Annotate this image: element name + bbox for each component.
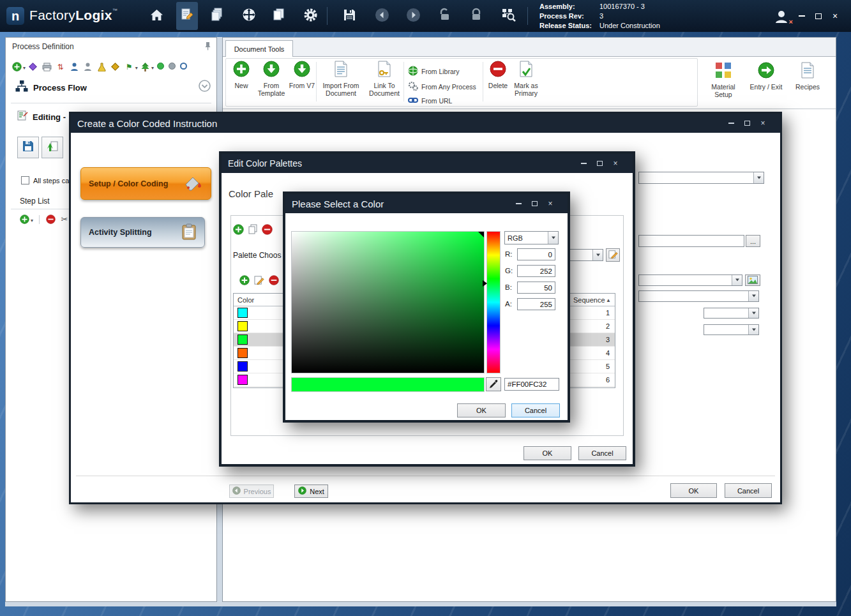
green-channel-field[interactable]: 252 xyxy=(517,265,555,277)
image-picker-button[interactable] xyxy=(745,274,760,286)
browse-button[interactable]: ... xyxy=(746,235,760,247)
color-swatch[interactable] xyxy=(237,321,248,331)
hex-value-field[interactable]: #FF00FC32 xyxy=(504,378,559,391)
entry-exit-button[interactable]: Entry / Exit xyxy=(747,62,785,91)
add-step-button[interactable] xyxy=(20,214,29,224)
chevron-down-icon[interactable] xyxy=(753,172,764,183)
copy-pages-button[interactable] xyxy=(268,2,290,30)
process-search-button[interactable] xyxy=(498,2,520,30)
user-male-button[interactable] xyxy=(70,62,79,71)
copy-palette-button[interactable] xyxy=(248,224,258,234)
close-button[interactable]: × xyxy=(610,159,621,168)
instruction-combobox[interactable] xyxy=(638,172,764,184)
delete-document-button[interactable]: Delete xyxy=(485,61,511,89)
hue-marker[interactable] xyxy=(483,280,487,287)
status-green-button[interactable] xyxy=(157,63,164,70)
flask-button[interactable] xyxy=(97,62,107,71)
from-any-process-button[interactable]: From Any Process xyxy=(408,81,476,93)
save-step-button[interactable] xyxy=(17,137,39,158)
activity-splitting-button[interactable]: Activity Splitting xyxy=(80,217,205,248)
cut-button[interactable]: ✂ xyxy=(59,214,69,224)
print-button[interactable] xyxy=(42,62,52,71)
app-minimize-button[interactable] xyxy=(794,10,810,22)
instruction-combobox[interactable] xyxy=(638,290,759,302)
minimize-button[interactable] xyxy=(725,119,737,128)
from-v7-button[interactable]: From V7 xyxy=(288,61,316,89)
ok-button[interactable]: OK xyxy=(457,403,506,417)
new-document-button[interactable]: New xyxy=(230,61,253,89)
link-button[interactable] xyxy=(28,62,38,71)
unlock-button[interactable] xyxy=(434,2,456,30)
color-space-combobox[interactable]: RGB xyxy=(504,231,559,244)
lock-button[interactable] xyxy=(465,2,487,30)
all-steps-row[interactable]: All steps ca xyxy=(21,176,69,184)
saturation-value-box[interactable] xyxy=(292,232,484,373)
color-swatch[interactable] xyxy=(237,375,248,385)
link-to-document-button[interactable]: Link To Document xyxy=(366,61,403,97)
minimize-button[interactable] xyxy=(578,159,589,168)
user-alt-button[interactable] xyxy=(83,62,93,71)
next-button[interactable]: Next xyxy=(294,485,328,498)
add-palette-button[interactable] xyxy=(233,224,244,235)
instruction-dialog-titlebar[interactable]: Create a Color Coded Instruction × xyxy=(71,114,780,133)
instruction-text-field[interactable] xyxy=(638,235,744,247)
close-button[interactable]: × xyxy=(757,119,769,128)
blue-channel-field[interactable]: 50 xyxy=(517,282,555,294)
mark-as-primary-button[interactable]: Mark as Primary xyxy=(511,61,541,97)
material-setup-button[interactable]: Material Setup xyxy=(704,62,742,98)
forward-button[interactable] xyxy=(402,2,424,30)
flag-button[interactable]: ⚑ xyxy=(124,62,134,71)
all-steps-checkbox[interactable] xyxy=(21,176,29,184)
tab-document-tools[interactable]: Document Tools xyxy=(225,40,293,57)
palette-dialog-titlebar[interactable]: Edit Color Palettes × xyxy=(222,154,633,173)
gem-button[interactable] xyxy=(110,62,120,71)
from-library-button[interactable]: From Library xyxy=(408,66,460,77)
add-button[interactable] xyxy=(12,62,22,71)
app-close-button[interactable]: × xyxy=(827,10,843,22)
setup-color-coding-button[interactable]: Setup / Color Coding xyxy=(80,167,211,200)
maximize-button[interactable] xyxy=(594,159,605,168)
status-blue-button[interactable] xyxy=(180,63,187,70)
back-button[interactable] xyxy=(371,2,393,30)
user-button[interactable]: × xyxy=(769,4,795,32)
settings-gear-button[interactable] xyxy=(299,2,321,30)
cancel-button[interactable]: Cancel xyxy=(578,446,626,460)
documents-stack-button[interactable] xyxy=(207,2,229,30)
instruction-combobox[interactable] xyxy=(638,274,742,286)
chevron-down-icon[interactable]: ▾ xyxy=(135,65,138,71)
chevron-down-icon[interactable]: ▾ xyxy=(23,65,26,71)
color-swatch[interactable] xyxy=(237,361,248,372)
maximize-button[interactable] xyxy=(529,199,540,208)
hue-slider[interactable] xyxy=(487,232,500,373)
close-button[interactable]: × xyxy=(545,199,556,208)
remove-step-button[interactable] xyxy=(46,214,56,224)
save-button[interactable] xyxy=(338,2,360,30)
import-step-button[interactable] xyxy=(41,137,63,158)
status-gray-button[interactable] xyxy=(169,63,176,70)
picker-dialog-titlebar[interactable]: Please Select a Color × xyxy=(285,194,568,213)
navigation-button[interactable] xyxy=(238,2,260,30)
delete-palette-button[interactable] xyxy=(262,224,273,235)
import-from-document-button[interactable]: Import From Document xyxy=(319,61,363,97)
ok-button[interactable]: OK xyxy=(523,446,571,460)
color-swatch[interactable] xyxy=(237,334,248,345)
collapse-circle-button[interactable] xyxy=(199,80,211,94)
previous-button[interactable]: Previous xyxy=(229,485,274,498)
chevron-down-icon[interactable] xyxy=(548,232,558,244)
edit-palette-button[interactable] xyxy=(606,248,620,262)
cancel-button[interactable]: Cancel xyxy=(511,403,560,417)
maximize-button[interactable] xyxy=(741,119,753,128)
sequence-column-header[interactable]: Sequence▲ xyxy=(569,294,614,306)
home-button[interactable] xyxy=(146,2,167,30)
tree-button[interactable] xyxy=(140,62,150,71)
cancel-button[interactable]: Cancel xyxy=(725,483,772,498)
chevron-down-icon[interactable] xyxy=(732,275,742,285)
chevron-down-icon[interactable] xyxy=(592,250,603,260)
from-template-button[interactable]: From Template xyxy=(255,61,288,97)
color-swatch[interactable] xyxy=(237,348,248,358)
document-edit-button[interactable] xyxy=(176,2,198,30)
from-url-button[interactable]: From URL xyxy=(408,96,452,105)
instruction-combobox[interactable] xyxy=(704,308,759,319)
pin-icon[interactable] xyxy=(204,41,211,53)
instruction-combobox[interactable] xyxy=(704,324,759,335)
